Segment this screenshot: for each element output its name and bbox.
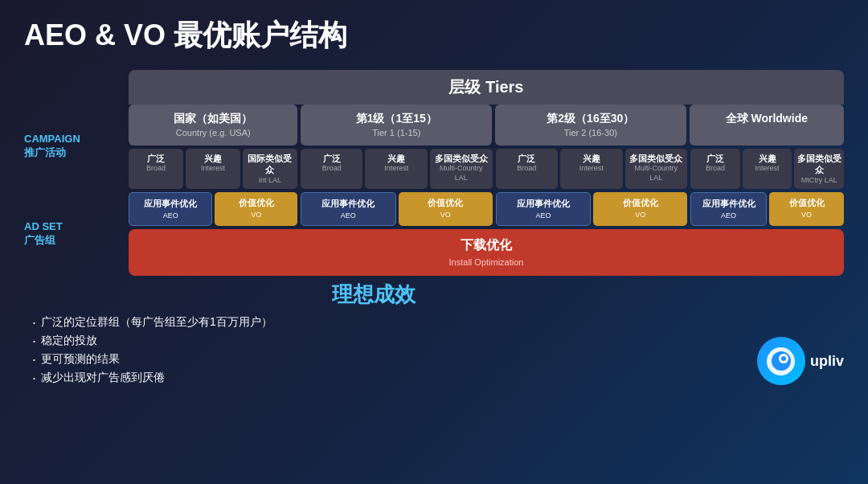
vo-cell-1: 价值优化 VO — [399, 192, 493, 226]
aeo-cell-1: 应用事件优化 AEO — [301, 192, 396, 226]
adset-cell-2-1: 兴趣 Interest — [560, 149, 623, 189]
campaign-cell-0: 国家（如美国） Country (e.g. USA) — [129, 105, 297, 146]
install-row: 下载优化 Install Optimization — [129, 229, 844, 276]
bullet-item-3: 减少出现对广告感到厌倦 — [32, 371, 723, 385]
adset-group-1: 广泛 Broad 兴趣 Interest 多国类似受众 Multi-Countr… — [301, 149, 493, 189]
ideal-results: 理想成效 广泛的定位群组（每广告组至少有1百万用户） 稳定的投放 更可预测的结果… — [24, 281, 723, 389]
aeo-group-3: 应用事件优化 AEO 价值优化 VO — [690, 192, 844, 226]
adset-cell-3-1: 兴趣 Interest — [743, 149, 792, 189]
campaign-row: 国家（如美国） Country (e.g. USA) 第1级（1至15） Tie… — [129, 105, 844, 146]
diagram-container: 层级 Tiers CAMPAIGN 推广活动 AD SET 广告组 — [24, 70, 844, 468]
adset-cell-2-0: 广泛 Broad — [496, 149, 559, 189]
adset-cell-1-2: 多国类似受众 Multi-Country LAL — [430, 149, 493, 189]
adset-cell-0-1: 兴趣 Interest — [186, 149, 240, 189]
adset-group-3: 广泛 Broad 兴趣 Interest 多国类似受众 MtCtry LAL — [690, 149, 844, 189]
adset-cell-2-2: 多国类似受众 Multi-Country LAL — [625, 149, 688, 189]
adset-row: 广泛 Broad 兴趣 Interest 国际类似受众 int LAL — [129, 149, 844, 189]
tiers-label-en: Tiers — [485, 78, 523, 96]
bullet-item-0: 广泛的定位群组（每广告组至少有1百万用户） — [32, 315, 723, 330]
bullet-list: 广泛的定位群组（每广告组至少有1百万用户） 稳定的投放 更可预测的结果 减少出现… — [24, 315, 723, 385]
adset-cell-0-0: 广泛 Broad — [129, 149, 183, 189]
grid-content: 国家（如美国） Country (e.g. USA) 第1级（1至15） Tie… — [129, 105, 844, 276]
aeo-group-1: 应用事件优化 AEO 价值优化 VO — [301, 192, 493, 226]
svg-point-2 — [781, 356, 786, 361]
logo-text: upliv — [810, 353, 844, 370]
logo-inner — [767, 347, 795, 375]
logo-wrapper: upliv — [757, 337, 844, 385]
aeo-cell-2: 应用事件优化 AEO — [496, 192, 592, 226]
adset-cell-3-2: 多国类似受众 MtCtry LAL — [794, 149, 844, 189]
campaign-label: CAMPAIGN 推广活动 — [24, 133, 121, 160]
adset-label: AD SET 广告组 — [24, 220, 121, 248]
aeo-cell-3: 应用事件优化 AEO — [690, 192, 767, 226]
campaign-cell-1: 第1级（1至15） Tier 1 (1-15) — [301, 105, 492, 146]
page-title: AEO & VO 最优账户结构 — [24, 16, 844, 55]
install-zh: 下载优化 — [461, 238, 512, 252]
ideal-title: 理想成效 — [24, 281, 723, 309]
left-labels: CAMPAIGN 推广活动 AD SET 广告组 — [24, 105, 121, 276]
tiers-header: 层级 Tiers — [129, 70, 844, 105]
aeo-group-0: 应用事件优化 AEO 价值优化 VO — [129, 192, 297, 226]
bullet-item-2: 更可预测的结果 — [32, 352, 723, 367]
adset-group-2: 广泛 Broad 兴趣 Interest 多国类似受众 Multi-Countr… — [496, 149, 688, 189]
bullet-item-1: 稳定的投放 — [32, 334, 723, 348]
logo-circle — [757, 337, 805, 385]
logo-area: upliv — [739, 281, 844, 389]
tiers-label-zh: 层级 — [448, 78, 481, 96]
vo-cell-2: 价值优化 VO — [593, 192, 687, 226]
aeo-row: 应用事件优化 AEO 价值优化 VO 应用事件优化 AEO — [129, 192, 844, 226]
adset-group-0: 广泛 Broad 兴趣 Interest 国际类似受众 int LAL — [129, 149, 297, 189]
adset-cell-1-0: 广泛 Broad — [301, 149, 363, 189]
adset-cell-0-2: 国际类似受众 int LAL — [243, 149, 297, 189]
aeo-group-2: 应用事件优化 AEO 价值优化 VO — [496, 192, 688, 226]
adset-cell-1-1: 兴趣 Interest — [365, 149, 428, 189]
main-grid: CAMPAIGN 推广活动 AD SET 广告组 国家（如美国） Country… — [24, 105, 844, 276]
install-en: Install Optimization — [449, 257, 524, 267]
aeo-cell-0: 应用事件优化 AEO — [129, 192, 212, 226]
vo-cell-3: 价值优化 VO — [769, 192, 844, 226]
bottom-section: 理想成效 广泛的定位群组（每广告组至少有1百万用户） 稳定的投放 更可预测的结果… — [24, 281, 844, 389]
page: AEO & VO 最优账户结构 层级 Tiers CAMPAIGN 推广活动 A… — [0, 0, 868, 484]
adset-cell-3-0: 广泛 Broad — [690, 149, 740, 189]
campaign-cell-3: 全球 Worldwide — [690, 105, 844, 146]
vo-cell-0: 价值优化 VO — [215, 192, 297, 226]
campaign-cell-2: 第2级（16至30） Tier 2 (16-30) — [495, 105, 686, 146]
tiers-row: 层级 Tiers — [24, 70, 844, 105]
